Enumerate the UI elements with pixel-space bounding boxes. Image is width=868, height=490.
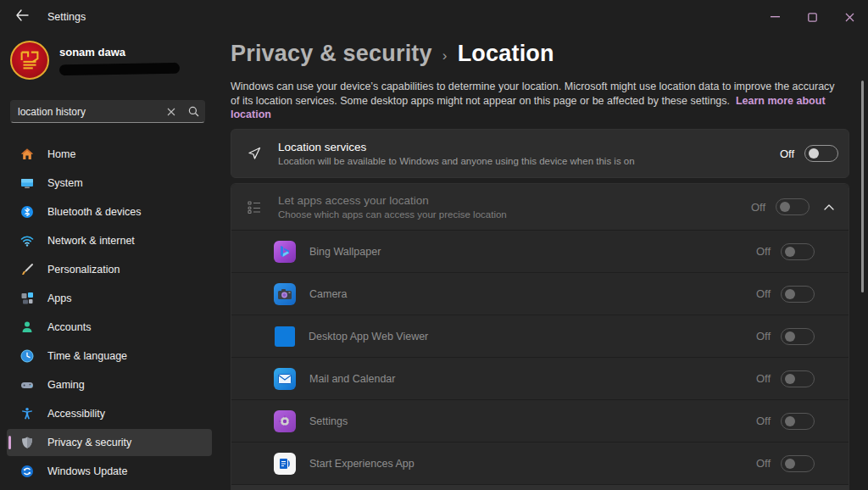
- sidebar-item-windows-update[interactable]: Windows Update: [7, 458, 212, 485]
- sidebar-item-time-language[interactable]: Time & language: [7, 342, 212, 370]
- let-apps-header[interactable]: Let apps access your location Choose whi…: [231, 184, 849, 230]
- let-apps-state: Off: [751, 201, 765, 214]
- bing-wallpaper-icon: [274, 241, 296, 263]
- location-services-title: Location services: [278, 141, 780, 153]
- settings-app-toggle[interactable]: [781, 413, 815, 430]
- search-icon[interactable]: [182, 101, 204, 122]
- sidebar-item-personalization[interactable]: Personalization: [7, 256, 212, 283]
- wifi-icon: [20, 234, 34, 248]
- desktop-app-web-viewer-icon: [275, 326, 295, 347]
- system-icon: [20, 176, 34, 190]
- app-list-icon: [246, 198, 263, 215]
- location-services-state: Off: [780, 148, 794, 160]
- accessibility-person-icon: [20, 407, 34, 420]
- mail-app-icon: [274, 368, 296, 390]
- user-name: sonam dawa: [59, 46, 180, 58]
- apps-icon: [20, 292, 34, 305]
- search-clear-button[interactable]: [160, 101, 182, 122]
- breadcrumb-parent[interactable]: Privacy & security: [231, 41, 432, 67]
- person-icon: [20, 320, 34, 334]
- user-profile[interactable]: sonam dawa: [10, 41, 180, 80]
- scrollbar[interactable]: [861, 81, 864, 292]
- sidebar: sonam dawa Home System: [0, 34, 220, 490]
- settings-gear-icon: [274, 410, 296, 432]
- sidebar-nav: Home System Bluetooth & devices Network …: [0, 139, 220, 487]
- next-row-partial: [231, 484, 849, 490]
- settings-window: Settings: [0, 0, 868, 490]
- minimize-icon: [771, 16, 780, 18]
- minimize-button[interactable]: [756, 0, 793, 34]
- clock-icon: [20, 349, 34, 363]
- update-icon: [20, 465, 34, 478]
- app-row-bing-wallpaper: Bing Wallpaper Off: [231, 230, 849, 272]
- search-input[interactable]: [11, 106, 160, 118]
- maximize-button[interactable]: [793, 0, 831, 34]
- camera-app-icon: [274, 283, 296, 305]
- app-row-start-experiences: Start Experiences App Off: [231, 442, 849, 484]
- location-services-subtitle: Location will be available to Windows an…: [278, 156, 780, 166]
- sidebar-item-bluetooth[interactable]: Bluetooth & devices: [7, 198, 212, 226]
- desktop-app-web-viewer-toggle[interactable]: [781, 328, 815, 345]
- redacted-email: [59, 63, 180, 75]
- location-arrow-icon: [246, 145, 263, 162]
- back-button[interactable]: [5, 2, 39, 32]
- app-row-settings: Settings Off: [231, 399, 849, 442]
- close-button[interactable]: [831, 0, 868, 34]
- chevron-up-icon: [824, 204, 834, 210]
- let-apps-subtitle: Choose which apps can access your precis…: [278, 209, 751, 220]
- start-experiences-toggle[interactable]: [781, 455, 815, 472]
- let-apps-title: Let apps access your location: [278, 194, 751, 207]
- location-services-toggle[interactable]: [804, 145, 838, 162]
- sidebar-item-privacy-security[interactable]: Privacy & security: [7, 429, 212, 456]
- home-icon: [20, 148, 34, 161]
- window-title: Settings: [47, 11, 86, 23]
- clear-x-icon: [167, 108, 175, 116]
- let-apps-group: Let apps access your location Choose whi…: [231, 183, 849, 490]
- breadcrumb: Privacy & security › Location: [231, 41, 554, 67]
- mail-calendar-toggle[interactable]: [781, 370, 815, 387]
- location-services-card: Location services Location will be avail…: [231, 129, 849, 178]
- sidebar-item-accessibility[interactable]: Accessibility: [7, 400, 212, 427]
- app-row-desktop-app-web-viewer: Desktop App Web Viewer Off: [231, 315, 849, 357]
- close-icon: [845, 13, 854, 22]
- main-content: Privacy & security › Location Windows ca…: [231, 34, 868, 490]
- app-row-camera: Camera Off: [231, 272, 849, 315]
- caption-controls: [756, 0, 868, 34]
- start-experiences-icon: [274, 453, 296, 475]
- titlebar: Settings: [0, 0, 868, 34]
- collapse-chevron-button[interactable]: [820, 198, 838, 216]
- shield-icon: [20, 436, 34, 449]
- maximize-icon: [808, 13, 817, 22]
- brush-icon: [20, 263, 34, 276]
- avatar-monogram: [17, 47, 42, 73]
- back-arrow-icon: [15, 9, 29, 25]
- page-title: Location: [458, 41, 554, 67]
- app-row-mail-calendar: Mail and Calendar Off: [231, 357, 849, 399]
- page-description: Windows can use your device’s capabiliti…: [231, 80, 836, 122]
- search-box: [10, 100, 205, 123]
- breadcrumb-separator-icon: ›: [442, 47, 448, 64]
- sidebar-item-apps[interactable]: Apps: [7, 285, 212, 312]
- sidebar-item-network[interactable]: Network & internet: [7, 227, 212, 254]
- camera-toggle[interactable]: [781, 286, 815, 303]
- gamepad-icon: [20, 378, 34, 392]
- sidebar-item-home[interactable]: Home: [7, 141, 212, 168]
- sidebar-item-system[interactable]: System: [7, 170, 212, 197]
- avatar: [10, 41, 49, 80]
- bing-wallpaper-toggle[interactable]: [781, 243, 815, 260]
- sidebar-item-accounts[interactable]: Accounts: [7, 314, 212, 341]
- let-apps-toggle[interactable]: [776, 198, 810, 215]
- sidebar-item-gaming[interactable]: Gaming: [7, 371, 212, 398]
- bluetooth-icon: [20, 205, 34, 219]
